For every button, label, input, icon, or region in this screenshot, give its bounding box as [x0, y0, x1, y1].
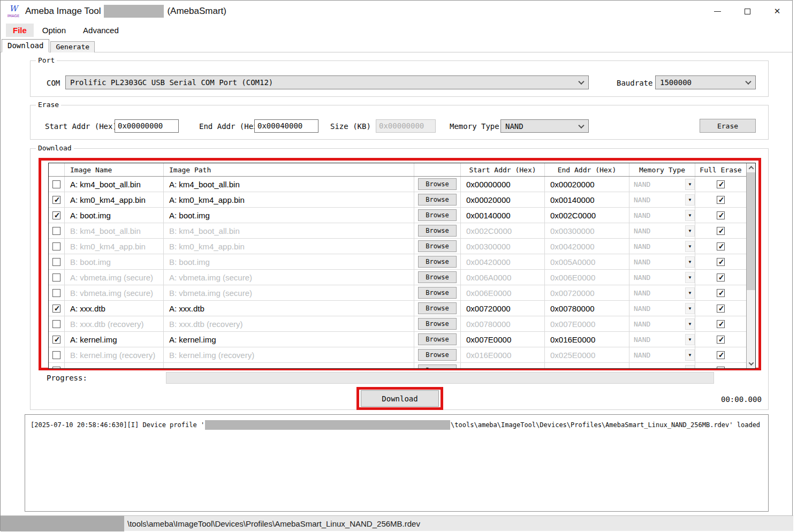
erase-end-input[interactable]: 0x00040000 [254, 119, 318, 133]
browse-button[interactable]: Browse [418, 302, 457, 314]
browse-button[interactable]: Browse [418, 318, 457, 330]
scrollbar-thumb[interactable] [747, 172, 755, 290]
full-erase-checkbox[interactable] [717, 273, 725, 282]
menu-option[interactable]: Option [34, 24, 74, 37]
scroll-down-button[interactable] [747, 359, 755, 368]
full-erase-checkbox[interactable] [717, 336, 725, 344]
end-addr-cell: 0x00720000 [550, 288, 595, 298]
end-addr-cell: 0x005A0000 [550, 257, 595, 267]
full-erase-checkbox[interactable] [717, 289, 725, 297]
row-select-checkbox[interactable] [52, 273, 60, 282]
log-line-prefix: [2025-07-10 20:58:46:630][I] Device prof… [31, 421, 204, 429]
memory-dropdown-button[interactable]: ▼ [685, 256, 695, 268]
browse-button[interactable]: Browse [418, 364, 457, 368]
browse-button[interactable]: Browse [418, 225, 457, 237]
memory-dropdown-button[interactable]: ▼ [685, 334, 695, 345]
header-image-name: Image Name [65, 163, 164, 176]
row-select-checkbox[interactable] [52, 242, 60, 250]
row-select-checkbox[interactable] [52, 196, 60, 204]
browse-button[interactable]: Browse [418, 287, 457, 299]
memory-dropdown-button[interactable]: ▼ [685, 225, 695, 237]
erase-start-input[interactable]: 0x00000000 [115, 119, 179, 133]
full-erase-checkbox[interactable] [717, 196, 725, 204]
browse-button[interactable]: Browse [418, 349, 457, 361]
baudrate-select[interactable]: 1500000 [655, 75, 756, 89]
maximize-button[interactable] [732, 1, 762, 22]
table-header-row: Image Name Image Path Start Addr (Hex) E… [49, 163, 746, 177]
scroll-up-button[interactable] [747, 163, 755, 172]
memory-dropdown-button[interactable]: ▼ [685, 272, 695, 283]
start-cell: 0x00300000 [461, 239, 545, 254]
image-path-cell: B: boot.img [169, 257, 210, 267]
download-button[interactable]: Download [361, 390, 439, 407]
full-erase-checkbox[interactable] [717, 367, 725, 369]
full-erase-checkbox[interactable] [717, 258, 725, 266]
name-cell: B: kernel.img (recovery) [65, 347, 164, 362]
browse-cell: Browse [414, 347, 461, 362]
full-erase-checkbox[interactable] [717, 227, 725, 235]
browse-button[interactable]: Browse [418, 178, 457, 190]
browse-button[interactable]: Browse [418, 194, 457, 206]
memory-dropdown-button[interactable]: ▼ [685, 349, 695, 361]
row-select-checkbox[interactable] [52, 289, 60, 297]
memory-dropdown-button[interactable]: ▼ [685, 179, 695, 190]
browse-button[interactable]: Browse [418, 209, 457, 221]
tab-generate[interactable]: Generate [50, 41, 95, 52]
close-button[interactable]: ✕ [762, 1, 792, 22]
com-port-select[interactable]: Prolific PL2303GC USB Serial COM Port (C… [65, 75, 589, 89]
memory-dropdown-button[interactable]: ▼ [685, 241, 695, 252]
row-select-checkbox[interactable] [52, 305, 60, 313]
browse-button[interactable]: Browse [418, 333, 457, 345]
memory-dropdown-button[interactable]: ▼ [685, 210, 695, 221]
name-cell: B: km4_boot_all.bin [65, 223, 164, 238]
full-erase-cell [695, 192, 746, 207]
tab-download[interactable]: Download [2, 39, 49, 52]
com-label: COM [47, 79, 60, 87]
erase-size-label: Size (KB) [330, 122, 371, 131]
full-erase-checkbox[interactable] [717, 305, 725, 313]
memory-type-value: NAND [629, 211, 650, 219]
header-full-erase: Full Erase [695, 163, 746, 176]
image-path-cell: B: km0_km4_app.bin [169, 242, 245, 251]
browse-button[interactable]: Browse [418, 271, 457, 283]
full-erase-cell [695, 347, 746, 362]
full-erase-checkbox[interactable] [717, 211, 725, 219]
menu-advanced[interactable]: Advanced [74, 24, 127, 37]
row-select-checkbox[interactable] [52, 351, 60, 359]
memory-dropdown-button[interactable]: ▼ [685, 365, 695, 369]
memory-dropdown-button[interactable]: ▼ [685, 303, 695, 314]
end-cell: 0x00780000 [545, 301, 629, 316]
row-select-checkbox[interactable] [52, 336, 60, 344]
row-select-checkbox[interactable] [52, 367, 60, 369]
row-select-checkbox[interactable] [52, 258, 60, 266]
browse-button[interactable]: Browse [418, 256, 457, 268]
full-erase-checkbox[interactable] [717, 180, 725, 188]
progress-label: Progress: [47, 374, 87, 382]
image-name-cell: B: vbmeta.img (secure) [70, 288, 153, 298]
app-logo-icon: W IMAGE [6, 3, 21, 19]
table-row: Browse ▼ [49, 363, 746, 368]
path-cell: B: km4_boot_all.bin [164, 223, 414, 238]
erase-button[interactable]: Erase [700, 119, 756, 133]
browse-button[interactable]: Browse [418, 240, 457, 252]
memory-dropdown-button[interactable]: ▼ [685, 287, 695, 299]
full-erase-checkbox[interactable] [717, 351, 725, 359]
header-memory-type: Memory Type [629, 163, 695, 176]
end-addr-cell: 0x00020000 [550, 180, 595, 189]
row-select-checkbox[interactable] [52, 227, 60, 235]
erase-memory-select[interactable]: NAND [500, 119, 589, 133]
memory-dropdown-button[interactable]: ▼ [685, 318, 695, 330]
scrollbar-track[interactable] [747, 172, 755, 359]
row-select-checkbox[interactable] [52, 180, 60, 188]
row-select-checkbox[interactable] [52, 320, 60, 328]
minimize-button[interactable] [702, 1, 732, 22]
table-scrollbar[interactable] [746, 163, 755, 368]
select-cell [49, 332, 65, 347]
row-select-checkbox[interactable] [52, 211, 60, 219]
menu-file[interactable]: File [6, 24, 34, 37]
image-name-cell: B: kernel.img (recovery) [70, 351, 155, 360]
memory-dropdown-button[interactable]: ▼ [685, 194, 695, 206]
full-erase-checkbox[interactable] [717, 242, 725, 250]
memory-cell: NAND▼ [629, 239, 695, 254]
full-erase-checkbox[interactable] [717, 320, 725, 328]
